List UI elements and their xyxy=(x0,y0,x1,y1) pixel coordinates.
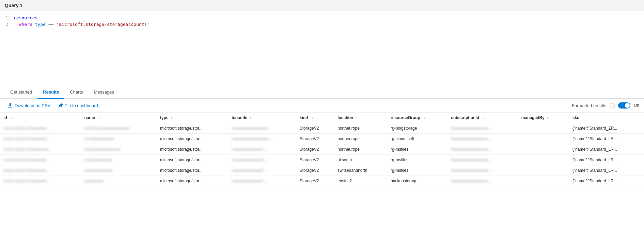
line-number-2: 2 xyxy=(0,22,14,27)
table-header-row: id ↑↓ name ↑↓ type ↑↓ tenantId ↑↓ kind ↑… xyxy=(0,113,644,123)
code-content-1: resources xyxy=(14,15,644,20)
tab-messages[interactable]: Messages xyxy=(89,86,120,99)
col-location[interactable]: location ↑↓ xyxy=(334,113,387,123)
cell-id: /subscriptions/6●●●●●●3... xyxy=(0,144,81,155)
col-id[interactable]: id ↑↓ xyxy=(0,113,81,123)
cell-tenantId: c●●●●●●●●●●●9-... xyxy=(228,155,296,165)
cell-tenantId: c●●●●●●●●●●●9-... xyxy=(228,165,296,176)
toggle-thumb xyxy=(625,103,630,108)
download-icon xyxy=(7,103,13,108)
cell-managedBy xyxy=(518,176,569,186)
toolbar: Download as CSV Pin to dashboard Formatt… xyxy=(0,99,644,113)
cell-name: cloud●●●●●●●● xyxy=(81,134,157,144)
cell-type: microsoft.storage/stor... xyxy=(157,165,228,176)
pin-to-dashboard-button[interactable]: Pin to dashboard xyxy=(55,101,101,110)
col-resourcegroup[interactable]: resourceGroup ↑↓ xyxy=(387,113,447,123)
cell-resourceGroup: rg-msfiles xyxy=(387,155,447,165)
pin-icon xyxy=(58,103,63,108)
table-row: /subscriptions/6●●●●●●...techielass●●●●●… xyxy=(0,123,644,134)
cell-kind: StorageV2 xyxy=(296,155,334,165)
cell-kind: StorageV2 xyxy=(296,165,334,176)
cell-kind: StorageV2 xyxy=(296,134,334,144)
tab-charts[interactable]: Charts xyxy=(64,86,88,99)
download-csv-label: Download as CSV xyxy=(15,103,51,108)
code-line-2: 2 | where type =~ 'microsoft.storage/sto… xyxy=(0,21,644,28)
cell-managedBy xyxy=(518,144,569,155)
cell-location: northeurope xyxy=(334,134,387,144)
cell-type: microsoft.storage/stor... xyxy=(157,123,228,134)
col-tenantid[interactable]: tenantId ↑↓ xyxy=(228,113,296,123)
cell-managedBy xyxy=(518,123,569,134)
cell-subscriptionId: a●●●●●●●●●●●●●●-... xyxy=(447,176,518,186)
table-row: /subscriptions/6●●●●●●...sar●●●●●●●●●mic… xyxy=(0,165,644,176)
cell-type: microsoft.storage/stor... xyxy=(157,155,228,165)
table-row: /subscriptions/6●●●●●●...cloud●●●●●●●●mi… xyxy=(0,134,644,144)
svg-rect-0 xyxy=(8,107,12,108)
code-content-2: | where type =~ 'microsoft.storage/stora… xyxy=(14,22,644,27)
cell-type: microsoft.storage/stor... xyxy=(157,134,228,144)
formatted-results-toggle[interactable] xyxy=(618,102,630,109)
tab-get-started[interactable]: Get started xyxy=(5,86,37,99)
cell-tenantId: c●●●●●●●●●●●●●●... xyxy=(228,123,296,134)
query-title: Query 1 xyxy=(5,3,22,8)
cell-resourceGroup: backupstorage xyxy=(387,176,447,186)
col-type[interactable]: type ↑↓ xyxy=(157,113,228,123)
cell-subscriptionId: 6●●●●●●●●●●●●●●-... xyxy=(447,165,518,176)
cell-tenantId: c●●●●●●●●●●●●●●... xyxy=(228,134,296,144)
tabs-bar: Get started Results Charts Messages xyxy=(0,86,644,99)
col-name[interactable]: name ↑↓ xyxy=(81,113,157,123)
cell-resourceGroup: rg-msfiles xyxy=(387,144,447,155)
cell-managedBy xyxy=(518,165,569,176)
cell-subscriptionId: 6●●●●●●●●●●●●●●-... xyxy=(447,123,518,134)
table-row: /subscriptions/a●●●●●●...s●●●●●●●microso… xyxy=(0,176,644,186)
cell-kind: StorageV2 xyxy=(296,176,334,186)
table-row: /subscriptions/6●●●●●●...ms●●●●●●●●●micr… xyxy=(0,155,644,165)
cell-id: /subscriptions/6●●●●●●... xyxy=(0,134,81,144)
tab-results[interactable]: Results xyxy=(37,86,64,99)
cell-sku: {"name":"Standard_LR... xyxy=(569,155,644,165)
cell-sku: {"name":"Standard_LR... xyxy=(569,134,644,144)
cell-id: /subscriptions/6●●●●●●... xyxy=(0,165,81,176)
code-editor[interactable]: 1 resources 2 | where type =~ 'microsoft… xyxy=(0,11,644,86)
cell-location: northeurope xyxy=(334,123,387,134)
cell-location: uksouth xyxy=(334,155,387,165)
cell-subscriptionId: 6●●●●●●●●●●●●●●-... xyxy=(447,155,518,165)
query-title-bar: Query 1 xyxy=(0,0,644,11)
cell-subscriptionId: 6●●●●●●●●●●●●●●-... xyxy=(447,144,518,155)
download-csv-button[interactable]: Download as CSV xyxy=(5,101,53,110)
cell-sku: {"name":"Standard_LR... xyxy=(569,176,644,186)
cell-name: ms●●●●●●●●● xyxy=(81,155,157,165)
cell-resourceGroup: rg-msfiles xyxy=(387,165,447,176)
col-sku[interactable]: sku xyxy=(569,113,644,123)
col-managedby[interactable]: managedBy ↑↓ xyxy=(518,113,569,123)
cell-location: northeurope xyxy=(334,144,387,155)
cell-name: techielass●●●●●●●●●●● xyxy=(81,123,157,134)
cell-type: microsoft.storage/stor... xyxy=(157,176,228,186)
cell-sku: {"name":"Standard_LR... xyxy=(569,144,644,155)
cell-location: eastus2 xyxy=(334,176,387,186)
pin-label: Pin to dashboard xyxy=(65,103,98,108)
cell-sku: {"name":"Standard_LR... xyxy=(569,165,644,176)
cell-tenantId: c●●●●●●●●●●●9-... xyxy=(228,144,296,155)
cell-id: /subscriptions/a●●●●●●... xyxy=(0,176,81,186)
line-number-1: 1 xyxy=(0,15,14,20)
cell-resourceGroup: rg-blogstorage xyxy=(387,123,447,134)
cell-subscriptionId: 6●●●●●●●●●●●●●●-... xyxy=(447,134,518,144)
cell-resourceGroup: rg-cloudshell xyxy=(387,134,447,144)
formatted-results-info-icon[interactable]: i xyxy=(610,103,615,108)
results-table-container[interactable]: id ↑↓ name ↑↓ type ↑↓ tenantId ↑↓ kind ↑… xyxy=(0,113,644,248)
cell-id: /subscriptions/6●●●●●●... xyxy=(0,155,81,165)
col-kind[interactable]: kind ↑↓ xyxy=(296,113,334,123)
off-label: Off xyxy=(634,103,639,108)
cell-id: /subscriptions/6●●●●●●... xyxy=(0,123,81,134)
cell-name: s●●●●●●● xyxy=(81,176,157,186)
cell-location: switzerlandnorth xyxy=(334,165,387,176)
cell-tenantId: c●●●●●●●●●●●9-... xyxy=(228,176,296,186)
cell-managedBy xyxy=(518,134,569,144)
cell-sku: {"name":"Standard_ZR... xyxy=(569,123,644,134)
cell-name: sar●●●●●●●●● xyxy=(81,165,157,176)
col-subscriptionid[interactable]: subscriptionId ↑↓ xyxy=(447,113,518,123)
cell-kind: StorageV2 xyxy=(296,123,334,134)
cell-managedBy xyxy=(518,155,569,165)
table-row: /subscriptions/6●●●●●●3...migrat●●●●●●●●… xyxy=(0,144,644,155)
